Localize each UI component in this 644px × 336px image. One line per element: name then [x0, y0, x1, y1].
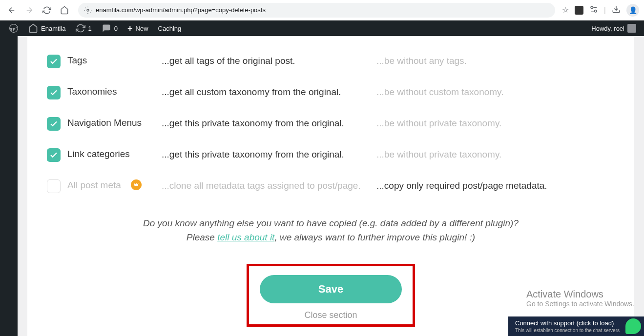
svg-point-1 [594, 10, 597, 12]
checkbox-checked[interactable] [47, 86, 61, 99]
option-inactive-desc: ...be without private taxonomy. [376, 148, 615, 161]
save-button[interactable]: Save [260, 275, 402, 303]
feedback-prompt: Do you know anything else you want to ha… [47, 217, 615, 244]
support-chat-bar[interactable]: Connect with support (click to load) Thi… [508, 316, 644, 336]
user-avatar-icon [627, 24, 636, 33]
user-greeting[interactable]: Howdy, roel [591, 24, 640, 33]
back-button[interactable] [5, 3, 19, 17]
browser-toolbar: enamtila.com/wp-admin/admin.php?page=cop… [0, 0, 644, 20]
reload-button[interactable] [40, 3, 54, 17]
option-active-desc: ...get all custom taxonomy from the orig… [162, 86, 376, 99]
chat-bubble-icon [625, 318, 641, 334]
home-button[interactable] [58, 3, 71, 17]
save-highlight-box: Save Close section [247, 264, 415, 327]
separator: | [604, 6, 606, 15]
option-active-desc: ...get this private taxonomy from the or… [162, 117, 376, 130]
site-settings-icon [84, 6, 92, 14]
forward-button[interactable] [22, 3, 36, 17]
checkbox-unchecked[interactable] [47, 179, 61, 193]
option-row: Taxonomies ...get all custom taxonomy fr… [47, 77, 615, 108]
option-inactive-desc: ...be without any tags. [376, 55, 615, 68]
address-bar[interactable]: enamtila.com/wp-admin/admin.php?page=cop… [78, 3, 555, 18]
option-label: Tags [67, 55, 87, 67]
comments-link[interactable]: 0 [97, 20, 123, 36]
extensions-icon[interactable] [589, 5, 598, 16]
option-active-desc: ...clone all metadata tags assigned to p… [162, 179, 376, 193]
svg-point-2 [591, 6, 593, 9]
checkbox-checked[interactable] [47, 148, 61, 162]
option-row: Navigation Menus ...get this private tax… [47, 108, 615, 139]
feedback-link[interactable]: tell us about it [217, 232, 274, 242]
admin-sidebar-collapsed[interactable] [0, 36, 18, 336]
option-active-desc: ...get all tags of the original post. [162, 55, 376, 68]
checkbox-checked[interactable] [47, 55, 61, 68]
checkbox-checked[interactable] [47, 117, 61, 131]
option-label: Navigation Menus [67, 117, 142, 129]
extension-icon[interactable]: ⋯ [575, 6, 583, 15]
option-label: All post meta [67, 179, 121, 192]
bookmark-icon[interactable]: ☆ [562, 5, 569, 15]
new-content-link[interactable]: +New [123, 20, 153, 36]
option-inactive-desc: ...be without custom taxonomy. [376, 86, 615, 99]
option-row: All post meta ...clone all metadata tags… [47, 171, 615, 202]
option-inactive-desc: ...be without private taxonomy. [376, 117, 615, 130]
option-inactive-desc: ...copy only required post/page metadata… [376, 179, 615, 193]
option-row: Tags ...get all tags of the original pos… [47, 46, 615, 77]
profile-avatar[interactable]: 👤 [626, 4, 639, 17]
option-active-desc: ...get this private taxonomy from the or… [162, 148, 376, 161]
svg-point-0 [87, 9, 89, 11]
wp-admin-bar: Enamtila 1 0 +New Caching Howdy, roel [0, 20, 644, 36]
url-text: enamtila.com/wp-admin/admin.php?page=cop… [96, 6, 266, 14]
premium-crown-icon [131, 179, 142, 190]
option-label: Taxonomies [67, 86, 117, 98]
download-icon[interactable] [612, 5, 621, 16]
updates-link[interactable]: 1 [71, 20, 97, 36]
option-row: Link categories ...get this private taxo… [47, 139, 615, 171]
caching-link[interactable]: Caching [153, 20, 187, 36]
option-label: Link categories [67, 148, 130, 160]
site-home-link[interactable]: Enamtila [23, 20, 71, 36]
wp-logo[interactable] [4, 20, 23, 36]
close-section-link[interactable]: Close section [260, 310, 402, 320]
windows-watermark: Activate Windows Go to Settings to activ… [526, 289, 634, 308]
